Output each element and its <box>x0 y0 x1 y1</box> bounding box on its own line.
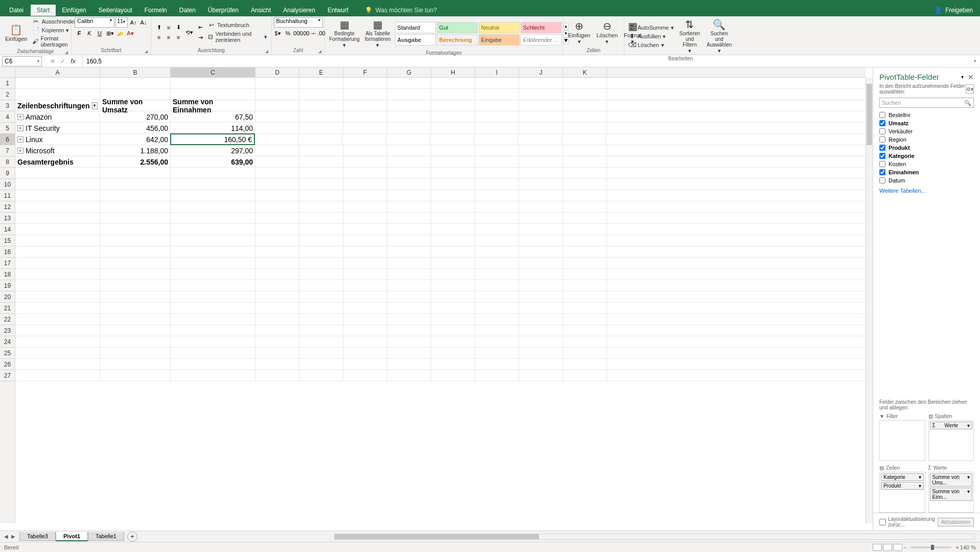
merge-button[interactable]: ⊟Verbinden und zentrieren ▾ <box>207 30 268 43</box>
col-header-f[interactable]: F <box>343 67 387 77</box>
bold-button[interactable]: F <box>75 29 84 38</box>
col-header-k[interactable]: K <box>563 67 607 77</box>
row-header[interactable]: 15 <box>0 235 15 246</box>
tab-ansicht[interactable]: Ansicht <box>245 5 277 16</box>
cell[interactable]: 456,00 <box>100 123 171 133</box>
row-header[interactable]: 9 <box>0 168 15 179</box>
cut-button[interactable]: ✂Ausschneiden <box>31 17 78 26</box>
number-launcher[interactable]: ◢ <box>318 49 321 54</box>
view-page-layout[interactable] <box>883 544 892 551</box>
zoom-slider[interactable] <box>911 546 951 548</box>
row-header[interactable]: 7 <box>0 145 15 156</box>
pivot-field-einnahmen[interactable]: Einnahmen <box>879 168 974 176</box>
tab-seitenlayout[interactable]: Seitenlayout <box>92 5 138 16</box>
filter-dropdown[interactable]: ▾ <box>92 102 98 109</box>
pivot-field-produkt[interactable]: Produkt <box>879 144 974 152</box>
field-checkbox[interactable] <box>879 136 885 143</box>
style-eingabe[interactable]: Eingabe <box>479 34 520 45</box>
indent-increase[interactable]: ⇥ <box>196 33 205 42</box>
row-header[interactable]: 27 <box>0 370 15 381</box>
italic-button[interactable]: K <box>85 29 94 38</box>
tab-einfuegen[interactable]: Einfügen <box>56 5 92 16</box>
delete-cells-button[interactable]: ⊖Löschen▾ <box>594 19 620 46</box>
row-header[interactable]: 18 <box>0 269 15 280</box>
clipboard-launcher[interactable]: ◢ <box>65 50 68 55</box>
pivot-einnahmen-header[interactable]: Summe von Einnahmen <box>171 100 255 111</box>
accounting-button[interactable]: $▾ <box>273 29 283 38</box>
row-header[interactable]: 16 <box>0 246 15 258</box>
tab-formeln[interactable]: Formeln <box>138 5 173 16</box>
formula-input[interactable]: 160,5 <box>82 58 970 65</box>
row-header[interactable]: 3 <box>0 100 15 111</box>
cell[interactable]: 1.188,00 <box>100 145 171 156</box>
gear-icon[interactable]: ⚙▾ <box>966 84 974 94</box>
style-neutral[interactable]: Neutral <box>479 22 520 33</box>
font-size-select[interactable]: 11▾ <box>115 17 128 28</box>
sort-filter-button[interactable]: ⇅Sortieren und Filtern▾ <box>677 17 703 55</box>
border-button[interactable]: ⊞▾ <box>105 29 114 38</box>
field-checkbox[interactable] <box>879 112 885 118</box>
row-header[interactable]: 25 <box>0 348 15 359</box>
style-gut[interactable]: Gut <box>437 22 478 33</box>
row-header[interactable]: 14 <box>0 224 15 235</box>
row-header[interactable]: 26 <box>0 359 15 370</box>
row-header[interactable]: 5 <box>0 123 15 134</box>
pivot-grand-total[interactable]: Gesamtergebnis <box>15 156 100 167</box>
fill-button[interactable]: ⬇Ausfüllen ▾ <box>627 32 675 40</box>
select-all-corner[interactable] <box>0 67 15 78</box>
row-header[interactable]: 2 <box>0 89 15 100</box>
values-drop-zone[interactable]: Summe von Ums...▾ Summe von Einn...▾ <box>928 472 974 513</box>
sheet-tab-pivot1[interactable]: Pivot1 <box>56 532 88 541</box>
cell[interactable]: 297,00 <box>171 145 255 156</box>
zone-item[interactable]: Summe von Einn...▾ <box>930 488 973 501</box>
row-header[interactable]: 21 <box>0 303 15 314</box>
field-checkbox[interactable] <box>879 145 885 151</box>
field-checkbox[interactable] <box>879 120 885 126</box>
align-top[interactable]: ⬆ <box>154 23 164 32</box>
field-checkbox[interactable] <box>879 128 885 134</box>
expand-icon[interactable]: + <box>17 114 24 120</box>
paste-button[interactable]: 📋 Einfügen <box>3 22 29 43</box>
row-header[interactable]: 11 <box>0 190 15 201</box>
percent-button[interactable]: % <box>284 29 293 38</box>
view-normal[interactable] <box>873 544 882 551</box>
align-middle[interactable]: ≡ <box>164 23 173 32</box>
cell[interactable]: 114,00 <box>171 123 255 133</box>
pivot-field-umsatz[interactable]: Umsatz <box>879 119 974 127</box>
field-checkbox[interactable] <box>879 169 885 175</box>
pivot-row-microsoft[interactable]: +Microsoft <box>15 145 100 156</box>
expand-icon[interactable]: + <box>17 136 24 143</box>
col-header-e[interactable]: E <box>299 67 343 77</box>
pivot-field-datum[interactable]: Datum <box>879 176 974 185</box>
col-header-h[interactable]: H <box>431 67 475 77</box>
zone-item[interactable]: Kategorie▾ <box>881 473 924 481</box>
tab-start[interactable]: Start <box>31 5 56 16</box>
tab-daten[interactable]: Daten <box>173 5 202 16</box>
sheet-tab-tabelle1[interactable]: Tabelle1 <box>88 532 124 541</box>
col-header-c[interactable]: C <box>171 67 255 77</box>
name-box[interactable]: C6▾ <box>2 56 42 66</box>
view-page-break[interactable] <box>893 544 902 551</box>
close-icon[interactable]: ✕ <box>968 73 974 81</box>
rows-drop-zone[interactable]: Kategorie▾ Produkt▾ <box>879 472 925 513</box>
alignment-launcher[interactable]: ◢ <box>265 49 268 54</box>
pivot-field-region[interactable]: Region <box>879 135 974 144</box>
tab-ueberpruefen[interactable]: Überprüfen <box>202 5 245 16</box>
field-checkbox[interactable] <box>879 177 885 183</box>
copy-button[interactable]: 📄Kopieren ▾ <box>31 26 78 34</box>
row-header[interactable]: 13 <box>0 213 15 224</box>
cancel-formula[interactable]: ✕ <box>48 57 57 66</box>
align-right[interactable]: ≡ <box>174 33 183 42</box>
wrap-text-button[interactable]: ↩Textumbruch <box>207 21 268 29</box>
fx-button[interactable]: fx <box>68 57 78 66</box>
enter-formula[interactable]: ✓ <box>58 57 67 66</box>
share-button[interactable]: 👤 Freigeben <box>935 7 973 14</box>
cell[interactable]: 67,50 <box>171 111 255 122</box>
cell[interactable]: 2.556,00 <box>100 156 171 167</box>
row-header[interactable]: 12 <box>0 201 15 213</box>
pivot-row-linux[interactable]: +Linux <box>15 134 100 145</box>
horizontal-scrollbar[interactable] <box>334 534 975 540</box>
zoom-level[interactable]: 140 % <box>960 544 976 550</box>
clear-button[interactable]: ⌫Löschen ▾ <box>627 41 675 49</box>
pivot-field-bestellnr[interactable]: Bestellnr <box>879 111 974 119</box>
